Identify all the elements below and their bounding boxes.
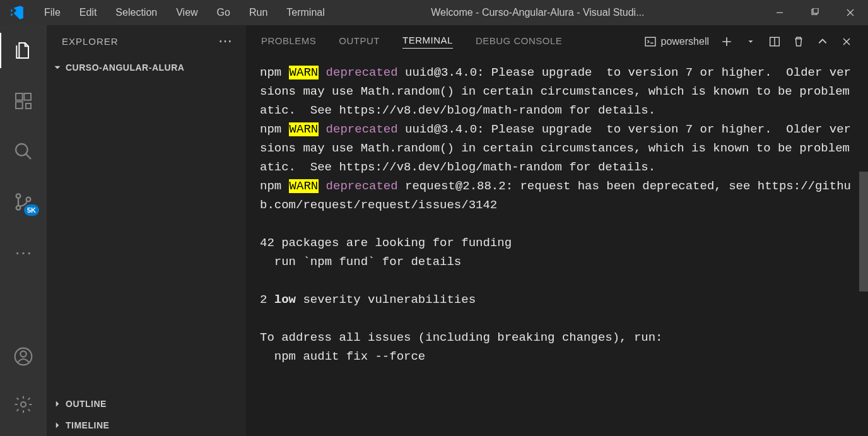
term-text: 42 packages are looking for funding (260, 233, 854, 252)
maximize-button[interactable] (797, 0, 833, 25)
svg-point-12 (21, 402, 26, 407)
folder-section[interactable]: CURSO-ANGULAR-ALURA (47, 57, 246, 78)
vscode-logo-icon (8, 4, 25, 21)
chevron-down-icon (52, 62, 63, 73)
sidebar-header: EXPLORER ⋯ (47, 25, 246, 57)
term-text: deprecated (319, 179, 397, 193)
term-text: npm (260, 122, 289, 136)
title-bar: File Edit Selection View Go Run Terminal… (0, 0, 868, 25)
activity-accounts[interactable] (0, 339, 47, 374)
sidebar-actions-icon[interactable]: ⋯ (218, 33, 233, 49)
window-controls (762, 0, 868, 25)
term-text: deprecated (319, 122, 397, 136)
warn-badge: WARN (289, 122, 319, 136)
svg-rect-5 (26, 103, 31, 109)
svg-point-8 (16, 206, 21, 210)
sidebar: EXPLORER ⋯ CURSO-ANGULAR-ALURA OUTLINE T… (47, 25, 246, 436)
menu-file[interactable]: File (37, 3, 68, 22)
ellipsis-icon: ⋯ (15, 244, 32, 261)
menu-edit[interactable]: Edit (72, 3, 105, 22)
term-text: deprecated (319, 66, 397, 80)
svg-rect-3 (24, 93, 31, 100)
term-text: npm (260, 179, 289, 193)
shell-name: powershell (661, 36, 709, 47)
menu-run[interactable]: Run (242, 3, 275, 22)
activity-explorer[interactable] (0, 33, 47, 68)
outline-section[interactable]: OUTLINE (47, 393, 246, 415)
svg-rect-4 (16, 102, 23, 109)
activity-extensions[interactable] (0, 83, 47, 119)
menu-view[interactable]: View (168, 3, 205, 22)
kill-terminal-button[interactable] (792, 35, 805, 48)
terminal-scrollbar[interactable] (859, 172, 868, 292)
term-text: run `npm fund` for details (260, 252, 854, 271)
activity-more[interactable]: ⋯ (0, 235, 47, 270)
activity-source-control[interactable]: 5K (0, 184, 47, 220)
tab-terminal[interactable]: TERMINAL (402, 35, 453, 49)
timeline-section[interactable]: TIMELINE (47, 415, 246, 436)
menu-selection[interactable]: Selection (108, 3, 165, 22)
term-text: 2 (260, 293, 274, 307)
split-terminal-button[interactable] (768, 35, 781, 48)
close-button[interactable] (833, 0, 868, 25)
svg-rect-1 (813, 8, 818, 13)
minimize-button[interactable] (762, 0, 797, 25)
svg-point-6 (16, 144, 28, 156)
term-text: To address all issues (including breakin… (260, 328, 854, 347)
timeline-label: TIMELINE (66, 420, 109, 430)
workbench: PROBLEMS OUTPUT TERMINAL DEBUG CONSOLE p… (246, 25, 868, 436)
activity-settings[interactable] (0, 387, 47, 422)
terminal-output[interactable]: npm WARN deprecated uuid@3.4.0: Please u… (246, 58, 868, 436)
tab-output[interactable]: OUTPUT (339, 35, 380, 49)
scm-badge: 5K (24, 204, 39, 216)
svg-point-9 (26, 197, 31, 202)
chevron-right-icon (52, 420, 63, 431)
terminal-icon (645, 36, 656, 47)
outline-label: OUTLINE (66, 399, 107, 409)
terminal-dropdown-icon[interactable] (744, 35, 757, 48)
panel-tab-bar: PROBLEMS OUTPUT TERMINAL DEBUG CONSOLE p… (246, 25, 868, 58)
warn-badge: WARN (289, 66, 319, 80)
activity-bar: 5K ⋯ (0, 25, 47, 436)
tab-problems[interactable]: PROBLEMS (261, 35, 316, 49)
svg-rect-2 (16, 93, 23, 100)
chevron-right-icon (52, 398, 63, 409)
panel-actions: powershell (645, 35, 853, 48)
new-terminal-button[interactable] (720, 35, 733, 48)
menu-terminal[interactable]: Terminal (279, 3, 332, 22)
close-panel-button[interactable] (840, 35, 853, 48)
tab-debug-console[interactable]: DEBUG CONSOLE (476, 35, 562, 49)
term-text: severity vulnerabilities (296, 293, 476, 307)
menu-bar: File Edit Selection View Go Run Terminal (37, 3, 332, 22)
term-text: low (274, 293, 296, 307)
svg-point-7 (16, 194, 21, 198)
svg-point-11 (20, 351, 26, 356)
folder-name: CURSO-ANGULAR-ALURA (66, 62, 184, 73)
term-text: npm audit fix --force (260, 347, 854, 366)
svg-rect-13 (645, 37, 655, 46)
panel-chevron-icon[interactable] (816, 35, 829, 48)
menu-go[interactable]: Go (209, 3, 238, 22)
warn-badge: WARN (289, 179, 319, 193)
sidebar-title: EXPLORER (62, 36, 119, 47)
activity-search[interactable] (0, 134, 47, 169)
window-title: Welcome - Curso-Angular-Alura - Visual S… (332, 7, 762, 18)
term-text: npm (260, 66, 289, 80)
shell-selector[interactable]: powershell (645, 36, 709, 47)
